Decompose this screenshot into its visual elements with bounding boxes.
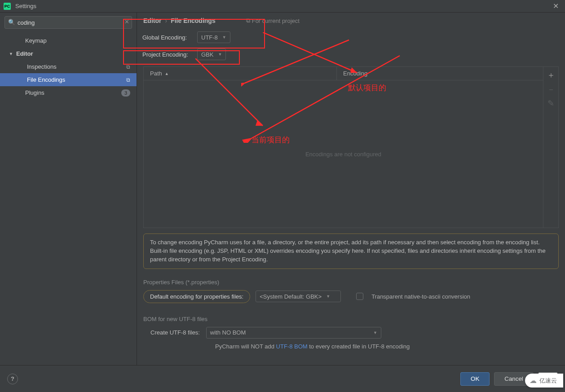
copy-icon: ⧉ (246, 17, 250, 24)
breadcrumb: Editor › File Encodings ⧉For current pro… (137, 13, 565, 29)
sidebar-item-plugins[interactable]: Plugins 3 (0, 86, 137, 99)
watermark: ☁ 亿速云 (525, 374, 563, 388)
column-header-path[interactable]: Path ▲ (144, 67, 337, 80)
copy-icon: ⧉ (126, 64, 130, 70)
cloud-icon: ☁ (530, 376, 537, 385)
copy-icon: ⧉ (126, 77, 130, 83)
project-encoding-row: Project Encoding: GBK ▼ (137, 46, 565, 63)
breadcrumb-part: Editor (143, 17, 161, 24)
search-box: 🔍 ✕ (4, 16, 132, 29)
project-encoding-select[interactable]: GBK ▼ (197, 48, 226, 60)
bom-section-header: BOM for new UTF-8 files (143, 316, 559, 322)
chevron-down-icon: ▼ (373, 330, 377, 335)
global-encoding-label: Global Encoding: (140, 32, 192, 43)
select-value: <System Default: GBK> (260, 293, 322, 300)
settings-main-panel: Editor › File Encodings ⧉For current pro… (137, 13, 565, 365)
create-utf8-select[interactable]: with NO BOM ▼ (206, 327, 381, 339)
tree-label: Keymap (25, 37, 137, 44)
sort-asc-icon: ▲ (165, 71, 169, 76)
transparent-ascii-checkbox[interactable] (356, 293, 363, 300)
help-button[interactable]: ? (7, 374, 18, 384)
app-icon: PC (4, 3, 11, 10)
sidebar-item-inspections[interactable]: Inspections ⧉ (0, 60, 137, 73)
select-value: with NO BOM (210, 329, 246, 336)
chevron-down-icon: ▼ (9, 52, 13, 56)
breadcrumb-part: File Encodings (171, 17, 216, 24)
bom-note: PyCharm will NOT add UTF-8 BOM to every … (143, 343, 559, 350)
window-close-button[interactable]: ✕ (550, 2, 561, 10)
table-empty-message: Encodings are not configured (144, 80, 543, 228)
settings-tree: Keymap ▼Editor Inspections ⧉ File Encodi… (0, 32, 137, 365)
clear-search-icon[interactable]: ✕ (124, 18, 129, 25)
settings-sidebar: 🔍 ✕ Keymap ▼Editor Inspections ⧉ File En… (0, 13, 137, 365)
properties-section-header: Properties Files (*.properties) (143, 279, 559, 286)
column-header-encoding[interactable]: Encoding (337, 67, 374, 80)
tree-label: Plugins (25, 89, 121, 96)
global-encoding-select[interactable]: UTF-8 ▼ (197, 31, 230, 43)
properties-default-label: Default encoding for properties files: (143, 290, 250, 303)
breadcrumb-separator-icon: › (165, 17, 167, 24)
title-bar: PC Settings ✕ (0, 0, 565, 13)
remove-row-button: － (546, 84, 556, 95)
select-value: UTF-8 (201, 34, 218, 41)
project-encoding-label: Project Encoding: (140, 49, 192, 60)
properties-default-select[interactable]: <System Default: GBK> ▼ (256, 291, 341, 302)
sidebar-item-file-encodings[interactable]: File Encodings ⧉ (0, 73, 137, 86)
ok-button[interactable]: OK (460, 372, 490, 386)
plugins-count-badge: 3 (121, 89, 130, 97)
sidebar-item-editor[interactable]: ▼Editor (0, 47, 137, 60)
sidebar-item-keymap[interactable]: Keymap (0, 34, 137, 47)
table-side-toolbar: ＋ － ✎ (543, 67, 558, 228)
search-input[interactable] (4, 16, 132, 29)
encodings-table: Path ▲ Encoding Encodings are not config… (143, 66, 559, 228)
project-scope-label: ⧉For current project (246, 17, 300, 24)
info-text: To change encoding PyCharm uses for a fi… (143, 233, 559, 269)
select-value: GBK (201, 51, 213, 58)
tree-label: Editor (16, 50, 137, 57)
chevron-down-icon: ▼ (222, 35, 226, 40)
chevron-down-icon: ▼ (218, 52, 222, 57)
add-row-button[interactable]: ＋ (546, 70, 556, 80)
chevron-down-icon: ▼ (326, 294, 330, 299)
utf8-bom-link[interactable]: UTF-8 BOM (276, 343, 308, 350)
global-encoding-row: Global Encoding: UTF-8 ▼ (137, 29, 565, 46)
edit-row-button: ✎ (546, 98, 556, 108)
tree-label: File Encodings (27, 76, 126, 83)
search-icon: 🔍 (8, 19, 15, 26)
transparent-ascii-label: Transparent native-to-ascii conversion (371, 293, 470, 300)
create-utf8-label: Create UTF-8 files: (150, 329, 200, 336)
window-title: Settings (15, 3, 36, 9)
dialog-footer: ? OK Cancel A… (0, 365, 565, 392)
tree-label: Inspections (27, 63, 126, 70)
